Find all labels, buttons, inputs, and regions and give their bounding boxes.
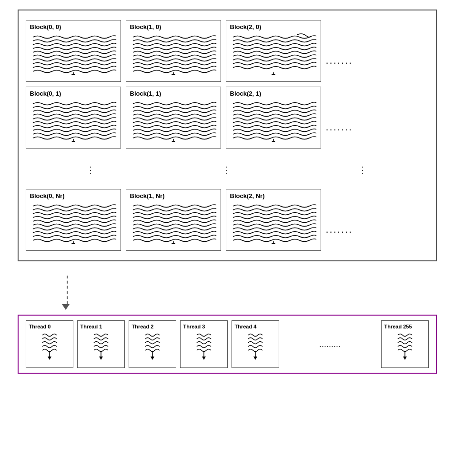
svg-marker-1 (71, 74, 75, 75)
svg-marker-5 (272, 74, 275, 75)
row1-dots-text: ....... (326, 121, 353, 133)
block-2-nr: Block(2, Nr) (226, 189, 321, 251)
block-1-1: Block(1, 1) (126, 87, 221, 149)
vdots-2-text: ⋮ (358, 165, 368, 175)
svg-marker-27 (253, 357, 257, 360)
dashed-line (67, 276, 68, 304)
thread-4-cell: Thread 4 (232, 320, 279, 368)
thread-0-label: Thread 0 (29, 324, 51, 329)
block-2-0-label: Block(2, 0) (230, 23, 262, 30)
vdots-col-2: ⋮ (297, 156, 428, 184)
svg-marker-19 (48, 357, 51, 360)
thread-2-cell: Thread 2 (129, 320, 176, 368)
thread-3-label: Thread 3 (183, 324, 205, 329)
svg-marker-21 (99, 357, 103, 360)
block-1-nr-label: Block(1, Nr) (130, 192, 165, 199)
block-1-0: Block(1, 0) (126, 20, 221, 82)
thread-3-cell: Thread 3 (180, 320, 228, 368)
thread-255-cell: Thread 255 (381, 320, 429, 368)
row0-dots: ....... (326, 35, 353, 67)
wavy-lines-2-nr (230, 201, 317, 244)
row1-dots: ....... (326, 102, 353, 133)
svg-marker-9 (172, 141, 175, 142)
block-0-0: Block(0, 0) (26, 20, 121, 82)
thread-1-cell: Thread 1 (77, 320, 125, 368)
block-0-1-label: Block(0, 1) (30, 90, 61, 97)
rownr-dots-text: ....... (326, 223, 353, 236)
wavy-lines-0-nr (30, 201, 117, 244)
wavy-lines-1-0 (130, 32, 217, 75)
wavy-lines-1-nr (130, 201, 217, 244)
vertical-dots-row: ⋮ ⋮ ⋮ (26, 153, 429, 184)
arrow-down-icon (62, 304, 70, 310)
block-2-1: Block(2, 1) (226, 87, 321, 149)
rownr-dots: ....... (326, 204, 353, 236)
thread-0-wavy (29, 331, 70, 365)
thread-255-wavy-svg (391, 333, 419, 364)
block-2-nr-label: Block(2, Nr) (230, 192, 265, 199)
block-0-nr-label: Block(0, Nr) (30, 192, 65, 199)
thread-dots-separator: ......... (283, 339, 377, 349)
thread-2-label: Thread 2 (132, 324, 154, 329)
connector-arrow (18, 276, 437, 310)
vdots-col-0: ⋮ (26, 156, 157, 184)
svg-marker-29 (403, 357, 407, 360)
block-2-1-label: Block(2, 1) (230, 90, 262, 97)
thread-255-label: Thread 255 (384, 324, 412, 329)
thread-0-wavy-svg (35, 333, 64, 364)
thread-255-wavy (384, 331, 425, 365)
vdots-0-text: ⋮ (86, 165, 96, 175)
svg-marker-11 (272, 141, 275, 142)
svg-marker-15 (172, 243, 175, 244)
thread-1-wavy-svg (87, 333, 115, 364)
thread-4-wavy (235, 331, 276, 365)
vdots-1-text: ⋮ (222, 165, 232, 175)
thread-1-wavy (81, 331, 121, 365)
thread-container: Thread 0 Thread 1 (18, 315, 437, 374)
main-grid-container: Block(0, 0) (18, 10, 437, 261)
block-2-0: Block(2, 0) (226, 20, 321, 82)
svg-marker-7 (71, 141, 75, 142)
block-0-1: Block(0, 1) (26, 87, 121, 149)
svg-marker-13 (71, 243, 75, 244)
svg-marker-17 (272, 243, 275, 244)
vdots-col-1: ⋮ (161, 156, 293, 184)
wavy-lines-0-0 (30, 32, 117, 75)
block-row-1: Block(0, 1) (26, 87, 429, 149)
thread-1-label: Thread 1 (81, 324, 102, 329)
thread-0-cell: Thread 0 (26, 320, 73, 368)
thread-3-wavy-svg (190, 333, 218, 364)
svg-marker-25 (202, 357, 206, 360)
svg-marker-23 (151, 357, 154, 360)
wavy-lines-0-1 (30, 99, 117, 142)
wavy-lines-1-1 (130, 99, 217, 142)
block-grid: Block(0, 0) (26, 20, 429, 251)
thread-2-wavy (132, 331, 173, 365)
wavy-lines-2-1 (230, 99, 317, 142)
thread-3-wavy (183, 331, 224, 365)
block-1-1-label: Block(1, 1) (130, 90, 161, 97)
row0-dots-text: ....... (326, 54, 353, 67)
block-row-0: Block(0, 0) (26, 20, 429, 82)
block-0-0-label: Block(0, 0) (30, 23, 61, 30)
block-1-0-label: Block(1, 0) (130, 23, 161, 30)
thread-dots-text: ......... (319, 339, 341, 349)
wavy-lines-2-0 (230, 32, 317, 75)
block-row-nr: Block(0, Nr) (26, 189, 429, 251)
block-0-nr: Block(0, Nr) (26, 189, 121, 251)
thread-2-wavy-svg (138, 333, 167, 364)
svg-marker-3 (172, 74, 175, 75)
block-1-nr: Block(1, Nr) (126, 189, 221, 251)
thread-4-label: Thread 4 (235, 324, 257, 329)
thread-4-wavy-svg (241, 333, 270, 364)
